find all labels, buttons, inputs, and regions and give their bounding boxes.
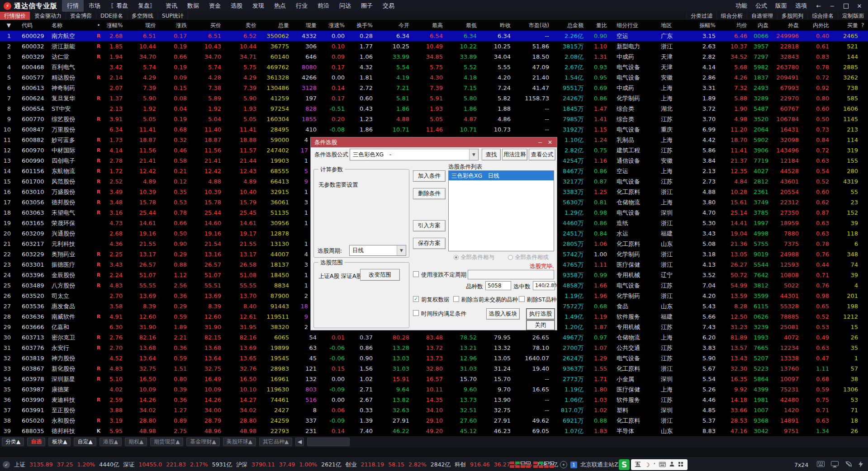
menu-item-问达[interactable]: 问达 xyxy=(334,0,356,12)
tab-scroll-left-icon[interactable]: ◀ xyxy=(295,438,304,446)
toolbar-item-DDE排名[interactable]: DDE排名 xyxy=(96,12,128,20)
column-header-num[interactable]: ▼ xyxy=(0,20,15,31)
toolbar-item-SUP统计[interactable]: SUP统计 xyxy=(158,12,188,20)
tab-期权[interactable]: 期权▲ xyxy=(125,438,147,446)
table-row[interactable]: 33603867新化股份R4.8332.751.5132.7532.762898… xyxy=(0,363,868,374)
view-formula-button[interactable]: 查看公式 xyxy=(529,149,555,160)
dialog-minimize-icon[interactable]: − xyxy=(536,139,544,146)
tab-自选[interactable]: 自选 xyxy=(27,438,45,446)
tab-自定[interactable]: 自定▲ xyxy=(74,438,96,446)
ime-panel[interactable]: 五 ☽ ’ xyxy=(631,459,688,470)
selected-count-input[interactable]: 140/2.8% xyxy=(533,281,555,290)
condition-list-item[interactable]: 三色彩色XG 日线 xyxy=(449,171,554,180)
connection-shield-icon[interactable]: ✓ xyxy=(3,461,10,468)
menu-item-前沿[interactable]: 前沿 xyxy=(313,0,334,12)
period-combobox[interactable]: 日线 ▼ xyxy=(349,245,406,256)
tab-分类[interactable]: 分类▲ xyxy=(2,438,24,446)
table-row[interactable]: 6600613神奇制药2.077.390.157.387.39130486312… xyxy=(0,83,868,93)
tab-板块[interactable]: 板块▲ xyxy=(48,438,71,446)
radio-or[interactable]: 全部条件相或 xyxy=(508,254,549,261)
tab-基金理财[interactable]: 基金理财▲ xyxy=(186,438,219,446)
toolbar-item-分类过滤[interactable]: 分类过滤 xyxy=(686,12,716,20)
menu-item-功能[interactable]: 功能 xyxy=(731,0,751,12)
table-row[interactable]: 10600847万里股份6.3411.410.6811.4011.4128495… xyxy=(0,124,868,135)
chevron-down-icon[interactable]: ▼ xyxy=(469,149,478,160)
find-button[interactable]: 查找 xyxy=(482,149,501,160)
table-row[interactable]: 37603991至正股份3.8834.021.2734.0034.0224278… xyxy=(0,405,868,415)
menu-item-〖看盘[interactable]: 〖看盘 xyxy=(105,0,133,12)
column-header-low[interactable]: 最低 xyxy=(446,20,480,31)
close-icon[interactable]: ✕ xyxy=(854,3,865,9)
column-header-pct[interactable]: 涨幅% xyxy=(107,20,126,31)
radio-and[interactable]: 全部条件相与 xyxy=(454,254,494,261)
add-condition-button[interactable]: 加入条件 xyxy=(413,170,446,182)
menu-item-热点[interactable]: 热点 xyxy=(269,0,291,12)
menu-item-圈子[interactable]: 圈子 xyxy=(356,0,378,12)
server-name[interactable]: 北京联通主站Z2 xyxy=(580,461,622,469)
tab-期货现货[interactable]: 期货现货▲ xyxy=(150,438,183,446)
restore-icon[interactable] xyxy=(840,3,852,9)
close-button[interactable]: 关闭 xyxy=(526,320,555,330)
column-header-cur[interactable]: 现量 xyxy=(292,20,320,31)
signal-icon[interactable] xyxy=(560,461,567,468)
menu-item-数据[interactable]: 数据 xyxy=(182,0,204,12)
menu-item-资金[interactable]: 资金 xyxy=(204,0,226,12)
index-沪深[interactable]: 沪深3790.1137.491.00%2621亿 xyxy=(236,461,342,469)
toolbar-item-综合排名[interactable]: 综合排名 xyxy=(807,12,838,20)
timerange-checkbox[interactable] xyxy=(413,310,419,316)
toolbar-item-自选管理[interactable]: 自选管理 xyxy=(747,12,777,20)
table-row[interactable]: 32603819神力股份4.5213.640.5913.6413.6519545… xyxy=(0,353,868,363)
menu-item-行业[interactable]: 行业 xyxy=(291,0,313,12)
menu-item-公式[interactable]: 公式 xyxy=(751,0,771,12)
table-row[interactable]: 3600329达仁堂R1.9434.700.6634.7034.71601406… xyxy=(0,52,868,62)
column-header-prev[interactable]: 昨收 xyxy=(480,20,514,31)
power-icon[interactable] xyxy=(859,461,863,469)
column-header-flag[interactable]: • xyxy=(90,20,107,31)
toolbar-item-定制版面[interactable]: 定制版面 xyxy=(838,12,868,20)
toolbar-item-资金博弈[interactable]: 资金博弈 xyxy=(66,12,96,20)
table-row[interactable]: 34603978深圳新星R5.1016.500.8016.4916.501696… xyxy=(0,374,868,384)
column-header-reg[interactable]: 地区 xyxy=(659,20,695,31)
column-header-ratio[interactable]: 内外比 xyxy=(802,20,832,31)
delete-condition-button[interactable]: 删除条件 xyxy=(413,188,446,199)
dialog-title-bar[interactable]: 条件选股 − ✕ xyxy=(311,137,557,147)
tab-美股环球[interactable]: 美股环球▲ xyxy=(223,438,256,446)
menu-item-选股[interactable]: 选股 xyxy=(226,0,247,12)
menu-item-复盘〗[interactable]: 复盘〗 xyxy=(133,0,161,12)
column-header-out[interactable]: 外盘 xyxy=(772,20,802,31)
menu-item-行情[interactable]: 行情 xyxy=(62,0,84,12)
table-row[interactable]: 31603776永安行R2.7013.680.3613.6813.6919899… xyxy=(0,343,868,353)
table-row[interactable]: 2600032浙江新能R1.8510.440.1910.4310.4436775… xyxy=(0,41,868,52)
menu-item-版面[interactable]: 版面 xyxy=(771,0,791,12)
toolbar-item-资金驱动力[interactable]: 资金驱动力 xyxy=(30,12,66,20)
keypad-icon[interactable] xyxy=(817,461,825,468)
table-row[interactable]: 35603987康德莱4.0210.090.3910.0910.10119630… xyxy=(0,384,868,395)
table-row[interactable]: 30603713密尔克卫R2.7682.162.2182.1582.166065… xyxy=(0,332,868,343)
table-row[interactable]: 36603990麦迪科技R2.5914.260.3614.2614.277446… xyxy=(0,395,868,405)
menu-item-资讯[interactable]: 资讯 xyxy=(161,0,182,12)
table-row[interactable]: 1600029南方航空R2.686.510.176.516.5235006243… xyxy=(0,31,868,41)
column-header-open[interactable]: 今开 xyxy=(376,20,413,31)
index-上证[interactable]: 上证3135.8937.251.20%4440亿 xyxy=(14,461,119,469)
exclude-st-checkbox[interactable] xyxy=(519,296,525,302)
variable-period-input[interactable] xyxy=(468,270,554,279)
change-range-button[interactable]: 改变范围 xyxy=(360,269,400,281)
column-header-chg[interactable]: 涨跌 xyxy=(159,20,190,31)
tab-其它品种[interactable]: 其它品种▲ xyxy=(259,438,292,446)
column-header-bvol[interactable]: 买量 xyxy=(832,20,861,31)
menu-item-选项[interactable]: 选项 xyxy=(791,0,811,12)
forward-adjust-checkbox[interactable]: ✓ xyxy=(413,296,419,302)
back-icon[interactable]: ← xyxy=(813,3,825,9)
variable-period-checkbox[interactable] xyxy=(413,271,419,277)
column-header-vol[interactable]: 总量 xyxy=(260,20,292,31)
menu-item-发现[interactable]: 发现 xyxy=(247,0,269,12)
monitor-icon[interactable] xyxy=(831,461,839,469)
table-row[interactable]: 9600770综艺股份R3.915.050.195.045.0516030418… xyxy=(0,114,868,124)
column-header-inn[interactable]: 内盘 xyxy=(750,20,772,31)
column-header-name[interactable]: 名称 xyxy=(51,20,90,31)
ime-logo-icon[interactable]: S xyxy=(619,459,630,470)
toolbar-item-多空阵线[interactable]: 多空阵线 xyxy=(128,12,158,20)
column-header-buy[interactable]: 买价 xyxy=(190,20,224,31)
column-header-code[interactable]: 代码 xyxy=(15,20,51,31)
import-plan-button[interactable]: 引入方案 xyxy=(413,220,446,231)
